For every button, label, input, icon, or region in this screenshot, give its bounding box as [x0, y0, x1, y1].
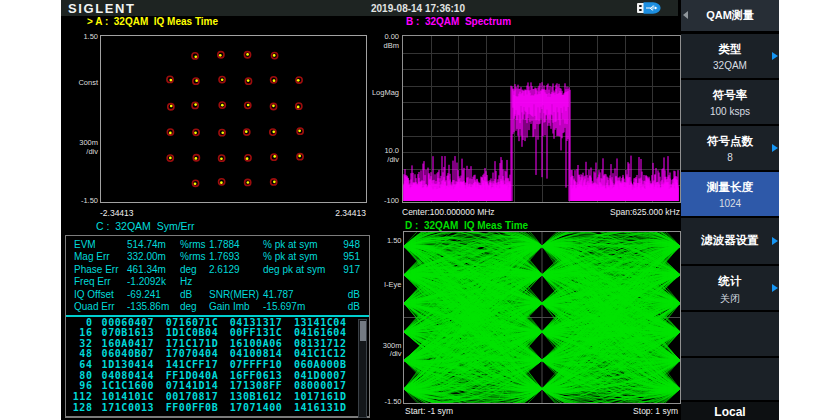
measurement-row: IQ Offset-69.241dBSNR(MER)41.787dB — [66, 289, 369, 301]
b-ylabel-div: 10.0 — [363, 146, 399, 155]
window-d-title: D : 32QAM IQ Meas Time — [405, 220, 528, 231]
constellation-plot — [100, 35, 367, 203]
b-ylabel-bottom: -100 — [363, 196, 399, 205]
measurement-cell: Phase Err — [74, 264, 118, 276]
measurement-cell: Freq Err — [74, 276, 111, 288]
softkey-label: 符号点数 — [681, 134, 779, 149]
window-a-title-text: A : 32QAM IQ Meas Time — [95, 16, 218, 27]
a-xlabel-right: 2.34413 — [266, 208, 366, 218]
a-ylabel-top: 1.50 — [62, 32, 98, 41]
b-ylabel-top: 0.00 — [363, 32, 399, 41]
measurement-cell: -135.86m — [127, 301, 169, 313]
measurement-cell: 1.7693 — [209, 251, 240, 263]
d-ylabel-bottom: -1.50 — [366, 397, 402, 406]
d-ylabel-top: 1.50 — [366, 236, 402, 245]
measurement-cell: dB — [310, 301, 360, 313]
softkey-符号点数[interactable]: 符号点数8 — [681, 126, 779, 170]
constellation-canvas — [101, 36, 366, 202]
measurement-cell: -15.697m — [263, 301, 305, 313]
softkey-value: 8 — [681, 152, 779, 163]
window-c-title-text: C : 32QAM Sym/Err — [96, 220, 195, 232]
measurement-cell: dB — [180, 289, 192, 301]
measurement-cell: 1.7884 — [209, 239, 240, 251]
hex-group: 171C0013 — [102, 403, 155, 414]
softkey-类型[interactable]: 类型32QAM — [681, 34, 779, 78]
measurement-cell: Quad Err — [74, 301, 115, 313]
window-b-title-text: B : 32QAM Spectrum — [406, 16, 511, 27]
menu-header-label: QAM测量 — [681, 8, 779, 23]
measurement-cell: 514.74m — [127, 239, 166, 251]
measurement-cell: 948 — [310, 239, 360, 251]
measurement-cell: Mag Err — [74, 251, 110, 263]
hex-group: 17071400 — [230, 403, 283, 414]
siglent-logo: SIGLENT — [68, 1, 136, 16]
local-button[interactable]: Local — [681, 402, 779, 420]
a-xlabel-left: -2.34413 — [100, 208, 134, 218]
measurement-cell: deg — [180, 301, 197, 313]
hex-group: 1416131D — [294, 403, 347, 414]
window-c-title: C : 32QAM Sym/Err — [96, 220, 195, 232]
measurement-cell: 461.34m — [127, 264, 166, 276]
a-ylabel-bottom: -1.50 — [62, 196, 98, 205]
measurement-row: Quad Err-135.86mdegGain Imb-15.697mdB — [66, 301, 369, 313]
softkey-测量长度[interactable]: 测量长度1024 — [681, 172, 779, 216]
instrument-screen: SIGLENT 2019-08-14 17:36:10 > A : 32QAM … — [61, 0, 779, 420]
measurement-cell: Gain Imb — [209, 301, 250, 313]
d-ylabel-mid: I-Eye — [366, 280, 402, 289]
measurement-cell: 917 — [310, 264, 360, 276]
status-bar: SIGLENT 2019-08-14 17:36:10 — [61, 0, 678, 16]
window-d-title-text: D : 32QAM IQ Meas Time — [405, 220, 528, 231]
usb-drive-icon — [637, 2, 661, 14]
measurement-cell: 951 — [310, 251, 360, 263]
softkey-blank-6 — [681, 312, 779, 356]
measurement-cell: IQ Offset — [74, 289, 114, 301]
symerr-panel: EVM514.74m%rms1.7884% pk at sym948Mag Er… — [65, 235, 370, 418]
b-ylabel-unit: dBm — [363, 41, 399, 50]
softkey-label: 滤波器设置 — [681, 233, 779, 248]
d-xlabel-right: Stop: 1 sym — [558, 406, 678, 416]
softkey-label: 类型 — [681, 42, 779, 57]
measurement-cell: 332.00m — [127, 251, 166, 263]
datetime-text: 2019-08-14 17:36:10 — [371, 3, 465, 14]
menu-header: QAM测量 — [681, 0, 779, 31]
local-button-label: Local — [681, 405, 779, 419]
measurement-cell: deg — [180, 264, 197, 276]
softkey-blank-7 — [681, 358, 779, 400]
hex-scrollbar-thumb[interactable] — [360, 321, 366, 341]
softkey-more-icon — [772, 237, 778, 245]
softkey-more-icon — [772, 284, 778, 292]
measurement-cell: SNR(MER) — [209, 289, 259, 301]
eye-canvas — [404, 232, 680, 403]
a-ylabel-div: 300m — [62, 138, 98, 147]
b-xlabel-left: Center:100.000000 MHz — [402, 207, 495, 217]
softkey-符号率[interactable]: 符号率100 ksps — [681, 80, 779, 124]
d-xlabel-left: Start: -1 sym — [405, 406, 453, 416]
measurement-cell: %rms — [180, 239, 206, 251]
active-window-marker: > — [87, 16, 95, 27]
measurement-cell: %rms — [180, 251, 206, 263]
measurement-cell: dB — [310, 289, 360, 301]
window-a-title: > A : 32QAM IQ Meas Time — [87, 16, 218, 27]
window-b-title: B : 32QAM Spectrum — [406, 16, 511, 27]
measurement-row: Phase Err461.34mdeg2.6129deg pk at sym91… — [66, 264, 369, 276]
softkey-统计[interactable]: 统计关闭 — [681, 266, 779, 310]
spectrum-plot — [402, 35, 681, 203]
softkey-label: 统计 — [681, 274, 779, 289]
measurement-row: Freq Err-1.2092kHz — [66, 276, 369, 288]
measurement-row: EVM514.74m%rms1.7884% pk at sym948 — [66, 239, 369, 251]
softkey-menu: QAM测量 类型32QAM符号率100 ksps符号点数8测量长度1024滤波器… — [681, 0, 779, 420]
a-ylabel-div2: /div — [62, 147, 98, 156]
b-ylabel-mid: LogMag — [363, 88, 399, 97]
softkey-value: 关闭 — [681, 292, 779, 306]
softkey-value: 100 ksps — [681, 106, 779, 117]
hex-group: FF00FF0B — [166, 403, 219, 414]
b-ylabel-div2: /div — [363, 155, 399, 164]
measurement-cell: -1.2092k — [127, 276, 166, 288]
softkey-value: 1024 — [681, 198, 779, 209]
hex-row: 128171C0013FF00FF0B170714001416131D — [66, 403, 369, 414]
spectrum-canvas — [403, 36, 680, 202]
measurement-cell: Hz — [180, 276, 192, 288]
softkey-滤波器设置[interactable]: 滤波器设置 — [681, 218, 779, 264]
softkey-more-icon — [772, 144, 778, 152]
measurement-row: Mag Err332.00m%rms1.7693% pk at sym951 — [66, 251, 369, 263]
